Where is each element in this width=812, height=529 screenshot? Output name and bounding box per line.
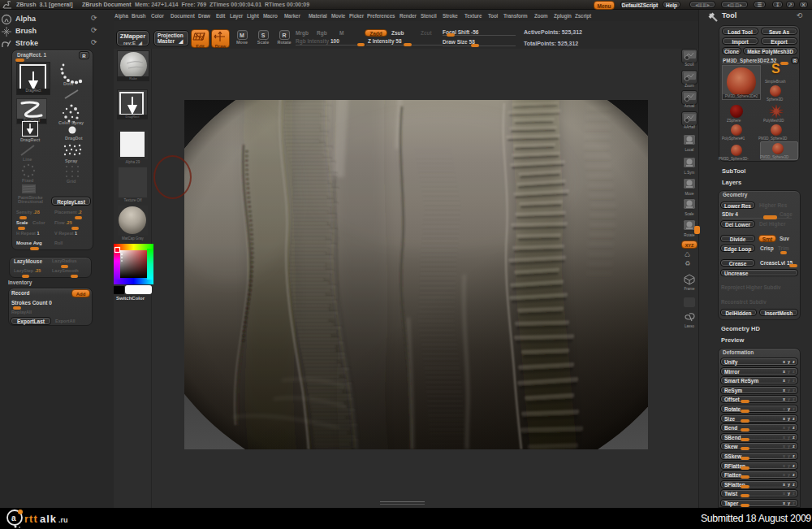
svg-text:a: a	[11, 514, 16, 522]
svg-text:alk: alk	[40, 513, 57, 525]
svg-text:rtt: rtt	[24, 513, 38, 525]
svg-text:.ru: .ru	[58, 516, 68, 524]
